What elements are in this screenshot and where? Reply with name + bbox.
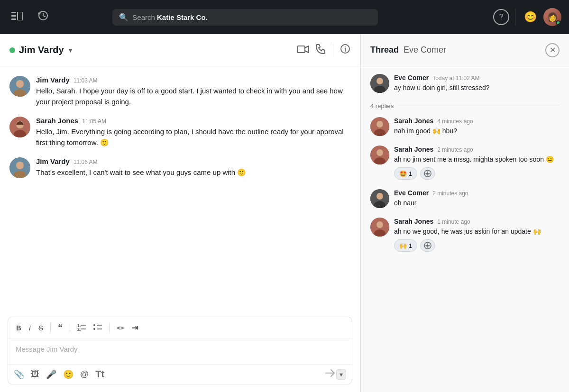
message-header: Sarah Jones 2 minutes ago bbox=[394, 146, 560, 153]
messages-area: Jim Vardy 11:03 AM Hello, Sarah. I hope … bbox=[0, 66, 360, 313]
add-reaction-button[interactable] bbox=[420, 239, 435, 252]
left-panel: Jim Vardy ▾ bbox=[0, 34, 360, 392]
history-icon[interactable] bbox=[34, 7, 52, 27]
reaction-button[interactable]: 🙌 1 bbox=[394, 239, 417, 252]
divider-line bbox=[398, 106, 560, 106]
message-author: Jim Vardy bbox=[36, 157, 70, 165]
message-text: Hello, Sarah. I hope your day is off to … bbox=[36, 86, 350, 107]
message-author: Sarah Jones bbox=[394, 146, 433, 153]
send-button[interactable] bbox=[325, 368, 335, 380]
user-avatar[interactable]: 👩 bbox=[543, 8, 561, 26]
message-header: Sarah Jones 11:05 AM bbox=[36, 117, 350, 125]
message-header: Sarah Jones 4 minutes ago bbox=[394, 117, 560, 125]
message-content: Sarah Jones 2 minutes ago ah no jim sent… bbox=[394, 146, 560, 180]
reaction-count: 1 bbox=[409, 170, 412, 177]
channel-actions bbox=[297, 44, 350, 57]
svg-point-8 bbox=[345, 46, 346, 47]
channel-online-indicator bbox=[9, 47, 15, 53]
table-row: Jim Vardy 11:06 AM That's excellent, I c… bbox=[9, 157, 350, 178]
message-content: Eve Comer 2 minutes ago oh naur bbox=[394, 189, 560, 208]
message-time: 1 minute ago bbox=[437, 219, 470, 225]
reaction-count: 1 bbox=[409, 242, 412, 249]
send-options-button[interactable]: ▾ bbox=[336, 369, 346, 380]
phone-call-icon[interactable] bbox=[316, 44, 326, 57]
attach-file-icon[interactable]: 📎 bbox=[14, 369, 24, 380]
ordered-list-button[interactable]: 1. 2. bbox=[75, 322, 88, 334]
composer-toolbar: B I S ❝ 1. 2. bbox=[8, 317, 352, 338]
channel-dropdown-icon[interactable]: ▾ bbox=[69, 46, 72, 54]
thread-title-label: Thread bbox=[370, 45, 399, 55]
sidebar-toggle-icon[interactable] bbox=[8, 7, 27, 27]
close-thread-button[interactable]: ✕ bbox=[545, 43, 560, 57]
message-time: 4 minutes ago bbox=[437, 118, 473, 125]
message-content: Sarah Jones 11:05 AM Hello, Jim. Everyth… bbox=[36, 117, 350, 148]
svg-rect-0 bbox=[11, 12, 16, 13]
list-item: Sarah Jones 1 minute ago ah no we good, … bbox=[370, 218, 560, 252]
channel-action-divider bbox=[333, 44, 333, 57]
message-content: Jim Vardy 11:06 AM That's excellent, I c… bbox=[36, 157, 350, 178]
message-header: Eve Comer Today at 11:02 AM bbox=[394, 74, 560, 82]
emoji-status-button[interactable]: 😊 bbox=[521, 8, 540, 26]
replies-divider: 4 replies bbox=[370, 102, 560, 109]
indent-button[interactable]: ⇥ bbox=[129, 322, 140, 334]
message-header: Eve Comer 2 minutes ago bbox=[394, 189, 560, 197]
list-item: Sarah Jones 4 minutes ago nah im good 🙌 … bbox=[370, 117, 560, 136]
replies-count: 4 replies bbox=[370, 102, 394, 109]
svg-point-12 bbox=[16, 80, 24, 88]
italic-button[interactable]: I bbox=[27, 322, 33, 333]
composer-placeholder: Message Jim Vardy bbox=[16, 345, 78, 353]
bold-button[interactable]: B bbox=[14, 322, 24, 333]
reaction-row: 🙌 1 bbox=[394, 239, 560, 252]
avatar bbox=[370, 189, 389, 208]
emoji-picker-icon[interactable]: 🙂 bbox=[63, 369, 73, 380]
avatar bbox=[370, 218, 389, 237]
microphone-icon[interactable]: 🎤 bbox=[46, 369, 56, 380]
thread-messages-area: Eve Comer Today at 11:02 AM ay how u doi… bbox=[361, 66, 569, 392]
message-author: Jim Vardy bbox=[36, 76, 70, 84]
message-text: That's excellent, I can't wait to see wh… bbox=[36, 167, 350, 178]
nav-right-actions: ? 😊 👩 bbox=[493, 8, 561, 26]
message-header: Jim Vardy 11:06 AM bbox=[36, 157, 350, 165]
reaction-row: 🤩 1 bbox=[394, 167, 560, 180]
avatar bbox=[9, 157, 30, 178]
svg-rect-1 bbox=[11, 15, 16, 17]
message-time: 2 minutes ago bbox=[432, 190, 468, 197]
message-time: 11:05 AM bbox=[82, 118, 106, 125]
help-button[interactable]: ? bbox=[493, 9, 509, 25]
quote-button[interactable]: ❝ bbox=[55, 321, 65, 334]
strikethrough-button[interactable]: S bbox=[36, 322, 46, 333]
message-text: oh naur bbox=[394, 198, 560, 208]
avatar bbox=[9, 76, 30, 97]
code-button[interactable]: <> bbox=[114, 323, 127, 333]
nav-divider bbox=[515, 9, 515, 26]
message-time: 2 minutes ago bbox=[437, 146, 473, 153]
mention-icon[interactable]: @ bbox=[80, 369, 89, 379]
image-icon[interactable]: 🖼 bbox=[31, 369, 39, 379]
toolbar-separator bbox=[109, 323, 110, 332]
composer-bottom-toolbar: 📎 🖼 🎤 🙂 @ Tt ▾ bbox=[8, 364, 352, 384]
thread-panel: Thread Eve Comer ✕ Eve Comer Today at 1 bbox=[360, 34, 569, 392]
unordered-list-button[interactable] bbox=[91, 322, 104, 334]
channel-name-wrap: Jim Vardy ▾ bbox=[9, 45, 297, 55]
search-bar[interactable]: 🔍 Search Katie Stark Co. bbox=[112, 9, 378, 26]
avatar bbox=[370, 117, 389, 136]
reaction-button[interactable]: 🤩 1 bbox=[394, 167, 417, 180]
svg-point-28 bbox=[376, 78, 383, 84]
message-header: Jim Vardy 11:03 AM bbox=[36, 76, 350, 84]
text-format-icon[interactable]: Tt bbox=[95, 369, 104, 380]
video-call-icon[interactable] bbox=[297, 44, 309, 56]
svg-point-17 bbox=[16, 162, 24, 169]
info-icon[interactable] bbox=[340, 44, 350, 57]
online-status-indicator bbox=[556, 20, 560, 25]
message-text: ah no jim sent me a mssg. mighta spoken … bbox=[394, 155, 560, 164]
svg-point-34 bbox=[376, 149, 383, 156]
search-label: Search Katie Stark Co. bbox=[132, 13, 207, 21]
message-input[interactable]: Message Jim Vardy bbox=[8, 338, 352, 364]
table-row: Sarah Jones 11:05 AM Hello, Jim. Everyth… bbox=[9, 117, 350, 148]
avatar bbox=[370, 146, 389, 164]
list-item: Sarah Jones 2 minutes ago ah no jim sent… bbox=[370, 146, 560, 180]
message-time: 11:06 AM bbox=[73, 159, 98, 165]
message-text: ay how u doin girl, still stressed? bbox=[394, 83, 560, 93]
message-text: ah no we good, he was jus askin for an u… bbox=[394, 227, 560, 237]
add-reaction-button[interactable] bbox=[420, 167, 435, 180]
